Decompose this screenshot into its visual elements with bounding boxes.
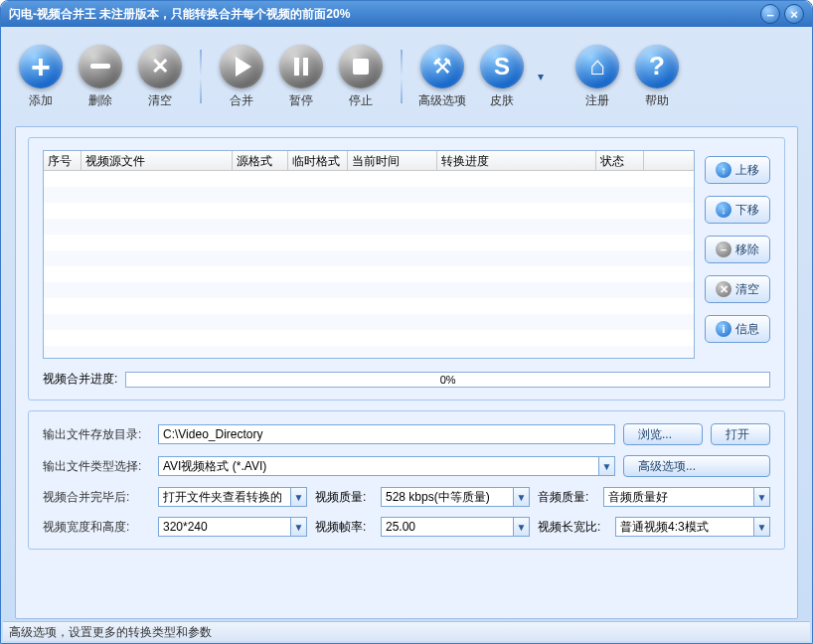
col-srcfmt[interactable]: 源格式 (233, 151, 288, 170)
toolbar: 添加 删除 清空 合并 暂停 停止 高级选项 皮肤 ▾ 注册 帮助 (1, 27, 812, 126)
col-progress[interactable]: 转换进度 (437, 151, 596, 170)
browse-button[interactable]: 浏览... (623, 423, 703, 445)
chevron-down-icon: ▼ (513, 488, 529, 506)
list-header: 序号 视频源文件 源格式 临时格式 当前时间 转换进度 状态 (44, 151, 694, 171)
close-button[interactable]: × (784, 4, 804, 24)
col-tmpfmt[interactable]: 临时格式 (288, 151, 348, 170)
wh-label: 视频宽度和高度: (43, 519, 150, 536)
after-label: 视频合并完毕后: (43, 489, 150, 506)
home-icon (575, 45, 619, 88)
outtype-select[interactable]: AVI视频格式 (*.AVI)▼ (158, 456, 615, 476)
chevron-down-icon: ▼ (753, 518, 769, 536)
help-button[interactable]: 帮助 (629, 45, 685, 109)
add-button[interactable]: 添加 (13, 45, 69, 109)
stop-icon (339, 45, 383, 88)
window-title: 闪电-视频合并王 未注册版本，只能转换合并每个视频的前面20% (9, 6, 756, 23)
minus-icon: – (716, 242, 732, 257)
advanced-options-button[interactable]: 高级选项 (414, 45, 470, 109)
vq-select[interactable]: 528 kbps(中等质量)▼ (381, 487, 530, 507)
pause-button[interactable]: 暂停 (273, 45, 329, 109)
outdir-input[interactable] (158, 424, 615, 444)
stop-button[interactable]: 停止 (333, 45, 389, 109)
chevron-down-icon: ▼ (598, 457, 614, 475)
x-icon (138, 45, 182, 88)
merge-button[interactable]: 合并 (214, 45, 269, 109)
fps-select[interactable]: 25.00▼ (381, 517, 530, 537)
outdir-label: 输出文件存放目录: (43, 426, 150, 443)
statusbar: 高级选项，设置更多的转换类型和参数 (3, 621, 810, 641)
col-source[interactable]: 视频源文件 (81, 151, 233, 170)
titlebar: 闪电-视频合并王 未注册版本，只能转换合并每个视频的前面20% – × (1, 1, 812, 27)
col-curtime[interactable]: 当前时间 (348, 151, 437, 170)
move-up-button[interactable]: ↑上移 (705, 156, 770, 184)
minimize-button[interactable]: – (760, 4, 780, 24)
ar-select[interactable]: 普通视频4:3模式▼ (615, 517, 770, 537)
col-index[interactable]: 序号 (44, 151, 81, 170)
settings-panel: 输出文件存放目录: 浏览... 打开 输出文件类型选择: AVI视频格式 (*.… (28, 410, 785, 550)
move-down-button[interactable]: ↓下移 (705, 196, 770, 224)
separator (200, 50, 202, 103)
outtype-label: 输出文件类型选择: (43, 458, 150, 475)
plus-icon (19, 45, 63, 88)
pause-icon (279, 45, 323, 88)
progress-bar: 0% (125, 372, 770, 388)
info-icon: i (716, 321, 732, 337)
wh-select[interactable]: 320*240▼ (158, 517, 307, 537)
delete-button[interactable]: 删除 (73, 45, 128, 109)
arrow-up-icon: ↑ (716, 162, 732, 178)
list-panel: 序号 视频源文件 源格式 临时格式 当前时间 转换进度 状态 (28, 137, 785, 401)
chevron-down-icon: ▼ (513, 518, 529, 536)
advanced-button[interactable]: 高级选项... (623, 455, 770, 477)
col-status[interactable]: 状态 (596, 151, 644, 170)
progress-row: 视频合并进度: 0% (43, 371, 770, 388)
clear-button[interactable]: 清空 (132, 45, 188, 109)
skin-icon (480, 45, 524, 88)
tools-icon (420, 45, 464, 88)
x-icon: ✕ (716, 281, 732, 297)
fps-label: 视频帧率: (315, 519, 373, 536)
info-button[interactable]: i信息 (705, 315, 770, 343)
vq-label: 视频质量: (315, 489, 373, 506)
ar-label: 视频长宽比: (538, 519, 607, 536)
register-button[interactable]: 注册 (569, 45, 625, 109)
chevron-down-icon: ▼ (290, 518, 306, 536)
aq-label: 音频质量: (538, 489, 595, 506)
file-list[interactable]: 序号 视频源文件 源格式 临时格式 当前时间 转换进度 状态 (43, 150, 695, 359)
help-icon (635, 45, 679, 88)
skin-dropdown-arrow[interactable]: ▾ (534, 70, 548, 83)
chevron-down-icon: ▼ (290, 488, 306, 506)
aq-select[interactable]: 音频质量好▼ (603, 487, 770, 507)
open-button[interactable]: 打开 (711, 423, 770, 445)
minus-icon (79, 45, 122, 88)
chevron-down-icon: ▼ (753, 488, 769, 506)
arrow-down-icon: ↓ (716, 202, 732, 218)
content-area: 序号 视频源文件 源格式 临时格式 当前时间 转换进度 状态 (15, 126, 798, 619)
play-icon (220, 45, 263, 88)
separator (401, 50, 403, 103)
app-window: 闪电-视频合并王 未注册版本，只能转换合并每个视频的前面20% – × 添加 删… (0, 0, 813, 644)
after-select[interactable]: 打开文件夹查看转换的▼ (158, 487, 307, 507)
remove-button[interactable]: –移除 (705, 236, 770, 263)
list-body (44, 171, 694, 358)
side-buttons: ↑上移 ↓下移 –移除 ✕清空 i信息 (705, 150, 770, 359)
clear-list-button[interactable]: ✕清空 (705, 275, 770, 303)
skin-button[interactable]: 皮肤 (474, 45, 530, 109)
progress-percent: 0% (440, 373, 456, 387)
progress-label: 视频合并进度: (43, 371, 117, 388)
